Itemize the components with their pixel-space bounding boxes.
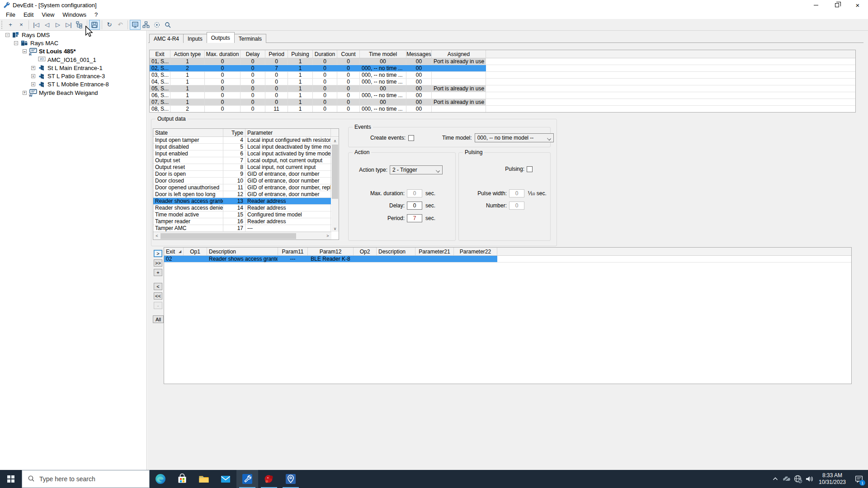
table-row[interactable]: 07, S...10001000000Port is already in us…	[150, 99, 855, 106]
horizontal-scrollbar[interactable]: <>	[153, 232, 331, 239]
table-row[interactable]: 05, S...10001000000Port is already in us…	[150, 85, 855, 92]
table-row[interactable]: 04, S...1000100000, -- no time ...00	[150, 79, 855, 85]
file-explorer-icon[interactable]	[193, 470, 215, 488]
go-first-icon[interactable]: |◁	[31, 20, 42, 30]
network-monitor-icon[interactable]	[130, 20, 141, 30]
org-chart-icon[interactable]	[141, 20, 151, 30]
go-last-icon[interactable]: ▷|	[63, 20, 74, 30]
column-header-parameter21[interactable]: Parameter21	[415, 248, 454, 255]
tree-item-st-l-mobile-entrance-8[interactable]: +ST L Mobile Entrance-8	[0, 80, 146, 89]
column-header-param12[interactable]: Param12	[308, 248, 354, 255]
column-header-messages[interactable]: Messages	[406, 50, 432, 58]
tree-item-st-l-patio-entrance-3[interactable]: +ST L Patio Entrance-3	[0, 72, 146, 80]
tree-item-myrtle-beach-weigand[interactable]: +WMyrtle Beach Weigand	[0, 89, 146, 97]
close-icon[interactable]: ×	[847, 0, 868, 10]
onedrive-icon[interactable]	[781, 470, 792, 488]
column-header-time-model[interactable]: Time model	[360, 50, 406, 58]
table-row[interactable]: Time model active15Configured time model	[153, 211, 339, 218]
tab-terminals[interactable]: Terminals	[234, 34, 266, 43]
column-header-duration[interactable]: Duration	[313, 50, 337, 58]
table-row[interactable]: Door closed10GID of entrance, door numbe…	[153, 178, 339, 184]
delete-icon[interactable]: ×	[16, 20, 27, 30]
collapse-icon[interactable]: −	[14, 41, 18, 45]
tab-inputs[interactable]: Inputs	[183, 34, 207, 43]
column-header-exit[interactable]: Exit	[150, 50, 170, 58]
table-row[interactable]: 03, S...1000100000, -- no time ...00	[150, 72, 855, 79]
tree-item-st-louis-485-[interactable]: −RSt Louis 485*	[0, 47, 146, 56]
column-header-type[interactable]: Type	[223, 129, 245, 136]
menu-item-edit[interactable]: Edit	[19, 10, 38, 19]
microsoft-store-icon[interactable]	[171, 470, 193, 488]
expand-icon[interactable]: +	[31, 66, 35, 70]
column-header-state[interactable]: State	[153, 129, 223, 136]
scroll-left-icon[interactable]: <	[153, 233, 160, 239]
assign-button-remove-one[interactable]: <	[154, 283, 162, 290]
assign-button-add-many[interactable]: >>	[154, 259, 162, 267]
red-app-icon[interactable]	[258, 470, 280, 488]
table-row[interactable]: 06, S...1000100000, -- no time ...00	[150, 92, 855, 99]
tree-item-amc-io16-001-1[interactable]: I/OAMC_IO16_001_1	[0, 56, 146, 64]
delay-input[interactable]: 0	[407, 202, 422, 210]
devedit-app-icon[interactable]	[236, 470, 258, 488]
expand-icon[interactable]: +	[31, 74, 35, 78]
vertical-scrollbar[interactable]: ∧∨	[331, 137, 339, 232]
tree-item-rays-mac[interactable]: −Rays MAC	[0, 39, 146, 47]
table-row[interactable]: Door is left open too long12GID of entra…	[153, 191, 339, 198]
assign-button-all[interactable]: All	[153, 315, 164, 323]
tree-view-icon[interactable]	[74, 20, 85, 30]
column-header-description[interactable]: Description	[207, 248, 278, 255]
network-icon[interactable]	[792, 470, 803, 488]
menu-item-windows[interactable]: Windows	[58, 10, 90, 19]
assign-button-add-one[interactable]: >	[154, 250, 162, 257]
table-row[interactable]: Door is open9GID of entrance, door numbe…	[153, 171, 339, 178]
tab-amc-4-r4[interactable]: AMC 4-R4	[149, 34, 184, 43]
scroll-up-icon[interactable]: ∧	[331, 137, 339, 144]
column-header-max-duration[interactable]: Max. duration	[205, 50, 241, 58]
column-header-action-type[interactable]: Action type	[170, 50, 205, 58]
edge-icon[interactable]	[150, 470, 171, 488]
table-row[interactable]: 08, S...20011100000, -- no time ...00	[150, 106, 855, 113]
column-header-parameter[interactable]: Parameter	[245, 129, 331, 136]
table-row[interactable]: Reader shows access denied14Reader addre…	[153, 205, 339, 211]
pulse-width-input[interactable]: 0	[509, 189, 524, 197]
save-icon[interactable]	[89, 20, 100, 30]
create-events-checkbox[interactable]	[408, 135, 414, 141]
action-center-icon[interactable]: 1	[850, 470, 868, 488]
go-next-icon[interactable]: ▷	[52, 20, 63, 30]
table-row[interactable]: Door opened unauthorised11GID of entranc…	[153, 184, 339, 191]
assign-button-plus[interactable]: +	[154, 269, 162, 276]
menu-item-view[interactable]: View	[38, 10, 58, 19]
tree-item-st-l-main-entrance-1[interactable]: +St L Main Entrance-1	[0, 64, 146, 72]
column-header-assigned[interactable]: Assigned	[432, 50, 486, 58]
table-row[interactable]: 02Reader shows access granted---BLE Read…	[164, 256, 851, 263]
add-icon[interactable]: +	[5, 20, 16, 30]
assign-button-minus[interactable]: -	[154, 302, 162, 309]
table-row[interactable]: 02, S...2007100000, -- no time ...00	[150, 65, 855, 72]
expand-icon[interactable]: +	[31, 82, 35, 86]
column-header-exit[interactable]: Exit◢	[164, 248, 184, 255]
expand-icon[interactable]: +	[23, 91, 27, 95]
scrollbar-thumb[interactable]	[332, 145, 338, 199]
scroll-right-icon[interactable]: >	[324, 233, 331, 239]
restore-icon[interactable]	[826, 0, 847, 10]
collapse-icon[interactable]: −	[23, 49, 27, 53]
pulsing-checkbox[interactable]	[527, 166, 533, 172]
refresh-icon[interactable]: ↻	[104, 20, 115, 30]
volume-icon[interactable]	[803, 470, 815, 488]
column-header-period[interactable]: Period	[265, 50, 288, 58]
maps-app-icon[interactable]	[280, 470, 302, 488]
taskbar-clock[interactable]: 8:33 AM 10/31/2023	[815, 470, 850, 488]
table-row[interactable]: Tamper reader16Reader address	[153, 218, 339, 225]
minimize-icon[interactable]	[806, 0, 826, 10]
column-header-count[interactable]: Count	[337, 50, 360, 58]
number-input[interactable]: 0	[509, 202, 524, 210]
locate-icon[interactable]	[151, 20, 162, 30]
menu-item-file[interactable]: File	[2, 10, 19, 19]
action-type-select[interactable]: 2 - Trigger	[390, 165, 443, 174]
table-row[interactable]: Input open tamper4Local input configured…	[153, 137, 339, 144]
table-row[interactable]: 01, S...10001000000Port is already in us…	[150, 58, 855, 65]
column-header-delay[interactable]: Delay	[241, 50, 265, 58]
table-row[interactable]: Input enabled6Local input activated by t…	[153, 150, 339, 157]
mail-icon[interactable]	[215, 470, 236, 488]
assign-button-remove-many[interactable]: <<	[154, 292, 162, 300]
